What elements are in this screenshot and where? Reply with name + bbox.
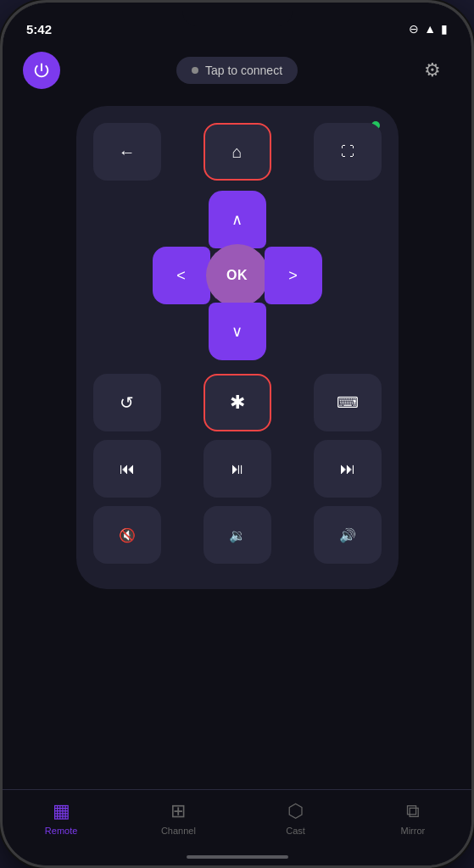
dpad-down-button[interactable]: ∨ [209,303,266,360]
mirror-tab-label: Mirror [401,826,426,836]
status-icons: ⊖ ▲ ▮ [409,22,448,36]
rewind-icon: ⏮ [120,460,135,478]
connect-dot [192,67,198,74]
back-button[interactable]: ← [93,123,161,181]
top-button-row: ← ⌂ ⛶ [93,123,382,181]
dpad-ok-button[interactable]: OK [206,244,269,307]
connect-button[interactable]: Tap to connect [176,57,298,84]
right-icon: > [288,267,298,285]
power-icon [32,61,51,80]
tab-mirror[interactable]: ⧉ Mirror [383,800,443,836]
fullscreen-icon: ⛶ [341,144,354,159]
wifi-icon: ▲ [424,22,436,36]
signal-icon: ⊖ [409,22,419,36]
up-icon: ∧ [231,210,243,229]
tab-bar: ▦ Remote ⊞ Channel ⬡ Cast ⧉ Mirror [3,789,471,865]
mute-icon: 🔇 [119,527,136,543]
home-icon: ⌂ [231,142,242,162]
rewind-button[interactable]: ⏮ [93,440,161,498]
notch [182,3,293,26]
remote-tab-icon: ▦ [53,800,70,822]
cast-tab-icon: ⬡ [287,800,304,822]
tab-remote[interactable]: ▦ Remote [31,800,91,836]
dpad: ∧ < OK > ∨ [153,191,322,360]
replay-icon: ↺ [120,392,134,413]
volume-row: 🔇 🔉 🔊 [93,506,382,564]
phone-frame: 5:42 ⊖ ▲ ▮ Tap to connect ⚙ [0,0,474,868]
back-icon: ← [119,142,136,162]
fullscreen-button[interactable]: ⛶ [314,123,382,181]
status-time: 5:42 [26,22,52,36]
tab-cast[interactable]: ⬡ Cast [266,800,326,836]
keyboard-icon: ⌨ [337,393,359,412]
fast-forward-button[interactable]: ⏭ [314,440,382,498]
remote-body: ← ⌂ ⛶ ∧ < [3,99,471,789]
dpad-right-button[interactable]: > [265,247,322,304]
home-indicator [187,855,288,859]
replay-button[interactable]: ↺ [93,374,161,431]
connect-text: Tap to connect [205,64,282,77]
screen: 5:42 ⊖ ▲ ▮ Tap to connect ⚙ [3,3,471,865]
cast-tab-label: Cast [286,826,305,836]
play-pause-button[interactable]: ⏯ [204,440,271,498]
mute-button[interactable]: 🔇 [93,506,161,564]
play-pause-icon: ⏯ [230,460,245,478]
options-icon: ✱ [230,392,245,414]
settings-icon: ⚙ [424,59,441,81]
channel-tab-label: Channel [161,826,196,836]
down-icon: ∨ [231,322,243,341]
vol-down-icon: 🔉 [229,527,246,543]
ok-label: OK [226,268,248,283]
remote-tab-label: Remote [45,826,78,836]
mirror-tab-icon: ⧉ [406,800,420,822]
power-button[interactable] [23,52,60,89]
dpad-container: ∧ < OK > ∨ [93,191,382,360]
settings-button[interactable]: ⚙ [414,52,451,89]
dpad-left-button[interactable]: < [153,247,210,304]
remote-panel: ← ⌂ ⛶ ∧ < [76,106,399,589]
playback-row: ⏮ ⏯ ⏭ [93,440,382,498]
keyboard-button[interactable]: ⌨ [314,374,382,431]
left-icon: < [176,267,186,285]
dpad-up-button[interactable]: ∧ [209,191,266,248]
options-row: ↺ ✱ ⌨ [93,374,382,431]
channel-tab-icon: ⊞ [170,800,186,822]
options-button[interactable]: ✱ [204,374,271,431]
battery-icon: ▮ [441,22,448,36]
tab-channel[interactable]: ⊞ Channel [148,800,208,836]
vol-down-button[interactable]: 🔉 [204,506,271,564]
fast-forward-icon: ⏭ [340,460,355,478]
home-button[interactable]: ⌂ [204,123,271,181]
vol-up-button[interactable]: 🔊 [314,506,382,564]
app-header: Tap to connect ⚙ [3,45,471,99]
vol-up-icon: 🔊 [339,527,356,543]
